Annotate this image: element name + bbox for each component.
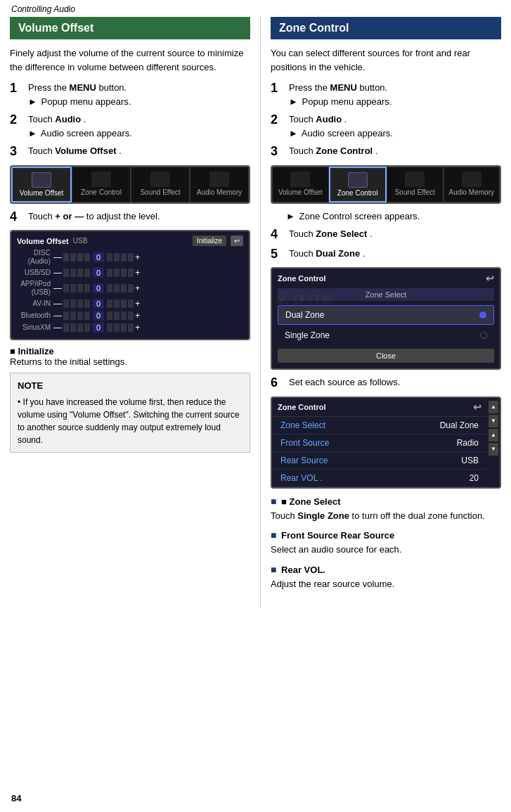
initialize-label: ■ Initialize bbox=[10, 346, 250, 356]
vol-row-appipod: APP/iPod(USB) — 0 + bbox=[17, 280, 243, 297]
right-step-2: 2 Touch Audio . ► Audio screen appears. bbox=[271, 112, 501, 140]
page-number: 84 bbox=[11, 793, 21, 804]
step-1: 1 Press the MENU button. ► Popup menu ap… bbox=[10, 81, 250, 108]
right-step-3: 3 Touch Zone Control . bbox=[271, 144, 501, 160]
initialize-desc: Returns to the initial settings. bbox=[10, 356, 250, 367]
zone-tabs-screen: Volume Offset Zone Control Sound Effect … bbox=[271, 165, 501, 204]
right-step-3-sub: ► Zone Control screen appears. bbox=[271, 210, 501, 224]
subsection-zone-select: ■ ■ Zone Select Touch Single Zone to tur… bbox=[271, 494, 501, 523]
zone-source-screen: Zone Control ↩ Zone Select Dual Zone Fro… bbox=[271, 397, 501, 489]
right-section-title: Zone Control bbox=[271, 17, 501, 39]
sidebar-up-btn[interactable]: ▲ bbox=[489, 401, 498, 413]
left-column: Volume Offset Finely adjust the volume o… bbox=[0, 17, 260, 607]
sidebar-updown-2[interactable]: ▲ bbox=[489, 429, 498, 442]
initialize-block: ■ Initialize Returns to the initial sett… bbox=[10, 346, 250, 367]
initialize-button[interactable]: Initialize bbox=[193, 236, 226, 246]
left-section-title: Volume Offset bbox=[10, 17, 250, 39]
right-step-4: 4 Touch Zone Select . bbox=[271, 227, 501, 243]
note-box: NOTE If you have increased the volume fi… bbox=[10, 373, 250, 453]
vol-bar-panel: Volume Offset USB Initialize ↩ DISC(Audi… bbox=[11, 231, 249, 339]
back-button[interactable]: ↩ bbox=[231, 236, 243, 246]
zone-source-rows: Zone Control ↩ Zone Select Dual Zone Fro… bbox=[272, 398, 487, 487]
vol-offset-tab-bar: Volume Offset Zone Control Sound Effect … bbox=[11, 167, 249, 202]
selected-dot bbox=[479, 311, 486, 318]
right-step-1: 1 Press the MENU button. ► Popup menu ap… bbox=[271, 81, 501, 108]
tab-volume-offset[interactable]: Volume Offset bbox=[11, 167, 72, 202]
zone-source-header: Zone Control ↩ bbox=[272, 398, 487, 417]
unselected-dot bbox=[480, 332, 487, 339]
tab-zone-control[interactable]: Zone Control bbox=[72, 167, 131, 202]
right-step-5: 5 Touch Dual Zone . bbox=[271, 247, 501, 262]
zone-option-single[interactable]: Single Zone bbox=[278, 326, 494, 344]
sidebar-down-btn[interactable]: ▼ bbox=[489, 443, 498, 456]
zone-dialog-body: Zone Select Dual Zone Single Zone Close bbox=[272, 285, 500, 368]
page: Controlling Audio Volume Offset Finely a… bbox=[0, 0, 511, 812]
zone-tab-bar: Volume Offset Zone Control Sound Effect … bbox=[272, 167, 500, 202]
step-3: 3 Touch Volume Offset . bbox=[10, 144, 250, 160]
subsection-rear-vol: ■ Rear VOL. Adjust the rear source volum… bbox=[271, 562, 501, 591]
right-step-6: 6 Set each source as follows. bbox=[271, 375, 501, 391]
step-4: 4 Touch + or — to adjust the level. bbox=[10, 210, 250, 225]
zone-source-row-rearvol: Rear VOL . 20 bbox=[272, 470, 487, 487]
vol-bar-header: Volume Offset USB Initialize ↩ bbox=[17, 236, 243, 246]
zone-close-button[interactable]: Close bbox=[278, 349, 494, 363]
zone-source-row-rear: Rear Source USB bbox=[272, 452, 487, 470]
note-title: NOTE bbox=[18, 379, 242, 393]
zone-tab-zone-control[interactable]: Zone Control bbox=[329, 167, 387, 202]
right-intro: You can select different sources for fro… bbox=[271, 46, 501, 74]
vol-offset-tabs-screen: Volume Offset Zone Control Sound Effect … bbox=[10, 165, 250, 204]
zone-dialog-back[interactable]: ↩ bbox=[486, 273, 494, 284]
zone-source-row-select: Zone Select Dual Zone bbox=[272, 417, 487, 434]
vol-offset-slider-screen: Volume Offset USB Initialize ↩ DISC(Audi… bbox=[10, 230, 250, 340]
zone-select-label: Zone Select bbox=[278, 288, 494, 301]
note-text: If you have increased the volume first, … bbox=[18, 396, 242, 446]
vol-row-usbsd: USB/SD — 0 + bbox=[17, 268, 243, 278]
zone-tab-vol-offset[interactable]: Volume Offset bbox=[272, 167, 329, 202]
zone-option-dual[interactable]: Dual Zone bbox=[278, 305, 494, 325]
zone-source-back[interactable]: ↩ bbox=[473, 401, 481, 413]
step-2: 2 Touch Audio . ► Audio screen appears. bbox=[10, 112, 250, 140]
tab-sound-effect[interactable]: Sound Effect bbox=[131, 167, 190, 202]
zone-source-sidebar: ▲ ▼ ▲ ▼ bbox=[487, 398, 500, 487]
zone-tab-audio-memory[interactable]: Audio Memory bbox=[444, 167, 500, 202]
zone-tab-sound-effect[interactable]: Sound Effect bbox=[387, 167, 444, 202]
zone-dialog: Zone Control ↩ Zone Zone Select Dual Zon… bbox=[271, 267, 501, 370]
zone-dialog-header: Zone Control ↩ bbox=[272, 269, 500, 285]
right-column: Zone Control You can select different so… bbox=[260, 17, 511, 607]
vol-row-avin: AV-IN — 0 + bbox=[17, 299, 243, 309]
left-intro: Finely adjust the volume of the current … bbox=[10, 46, 250, 74]
tab-audio-memory[interactable]: Audio Memory bbox=[190, 167, 249, 202]
vol-row-disc: DISC(Audio) — 0 + bbox=[17, 249, 243, 266]
page-header: Controlling Audio bbox=[0, 0, 511, 17]
vol-row-siriusxm: SiriusXM — 0 + bbox=[17, 323, 243, 333]
subsection-front-rear-source: ■ Front Source Rear Source Select an aud… bbox=[271, 528, 501, 557]
sidebar-updown-1[interactable]: ▼ bbox=[489, 415, 498, 427]
vol-row-bluetooth: Bluetooth — 0 + bbox=[17, 311, 243, 321]
zone-source-row-front: Front Source Radio bbox=[272, 434, 487, 452]
